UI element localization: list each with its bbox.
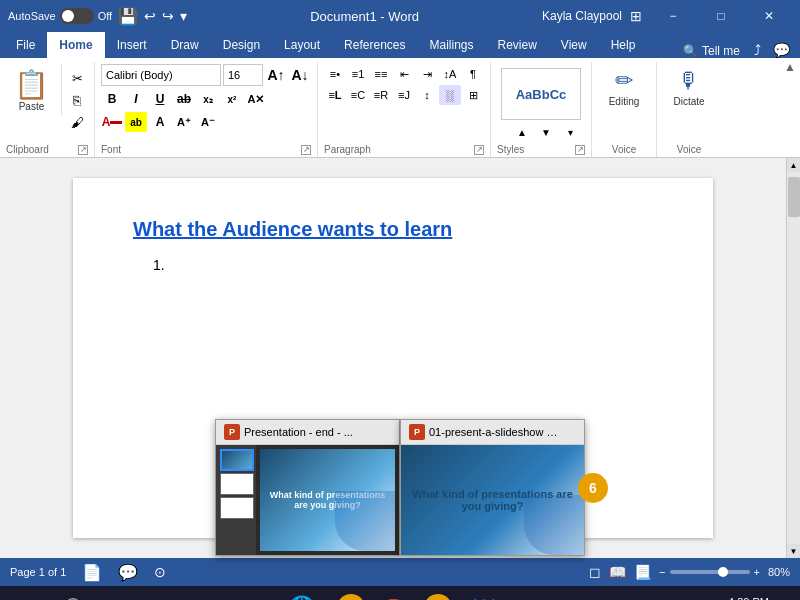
autosave-area[interactable]: AutoSave Off	[8, 8, 112, 24]
borders-button[interactable]: ⊞	[462, 85, 484, 105]
document-heading[interactable]: What the Audience wants to learn	[133, 218, 653, 241]
close-button[interactable]: ✕	[746, 0, 792, 32]
tab-review[interactable]: Review	[486, 32, 549, 58]
font-expand[interactable]: ↗	[301, 145, 311, 155]
layout-icon[interactable]: 📄	[82, 563, 102, 582]
custom-qs-icon[interactable]: ▾	[180, 8, 187, 24]
taskbar-powerpoint-button[interactable]: P	[377, 586, 412, 600]
zoom-out-button[interactable]: −	[659, 566, 665, 578]
clipboard-expand[interactable]: ↗	[78, 145, 88, 155]
tab-mailings[interactable]: Mailings	[417, 32, 485, 58]
thumbnail-ppt1[interactable]: P Presentation - end - ... What kind of …	[215, 419, 400, 556]
document-list[interactable]: 1.	[133, 257, 653, 273]
taskbar-badge-5[interactable]: 5	[327, 586, 375, 600]
paste-label: Paste	[19, 101, 45, 112]
thumbnail-ppt2[interactable]: P 01-present-a-slideshow - Po... What ki…	[400, 419, 585, 556]
align-center-button[interactable]: ≡C	[347, 85, 369, 105]
paragraph-expand[interactable]: ↗	[474, 145, 484, 155]
format-painter-button[interactable]: 🖌	[66, 112, 88, 132]
zoom-control[interactable]: − + 80%	[659, 566, 790, 578]
font-family-input[interactable]	[101, 64, 221, 86]
increase-indent-button[interactable]: ⇥	[416, 64, 438, 84]
styles-preview[interactable]: AaBbCc	[501, 68, 581, 120]
print-layout-icon[interactable]: 📃	[634, 564, 651, 580]
subscript-button[interactable]: x₂	[197, 89, 219, 109]
tab-view[interactable]: View	[549, 32, 599, 58]
clear-format-button[interactable]: A✕	[245, 89, 267, 109]
font-size-dn[interactable]: A⁻	[197, 112, 219, 132]
styles-scroll-up[interactable]: ▲	[511, 122, 533, 142]
styles-scroll-down[interactable]: ▼	[535, 122, 557, 142]
zoom-slider[interactable]	[670, 570, 750, 574]
tab-help[interactable]: Help	[599, 32, 648, 58]
minimize-button[interactable]: −	[650, 0, 696, 32]
font-size-input[interactable]	[223, 64, 263, 86]
bold-button[interactable]: B	[101, 89, 123, 109]
copy-button[interactable]: ⎘	[66, 90, 88, 110]
list-item-1[interactable]: 1.	[153, 257, 653, 273]
taskbar-word-button[interactable]: W	[464, 586, 505, 600]
font-color2-button[interactable]: A	[149, 112, 171, 132]
increase-font-button[interactable]: A↑	[265, 65, 287, 85]
multilevel-list-button[interactable]: ≡≡	[370, 64, 392, 84]
ribbon-collapse-button[interactable]: ▲	[784, 60, 796, 74]
tab-design[interactable]: Design	[211, 32, 272, 58]
tab-layout[interactable]: Layout	[272, 32, 332, 58]
tab-draw[interactable]: Draw	[159, 32, 211, 58]
tab-home[interactable]: Home	[47, 32, 104, 58]
search-taskbar-button[interactable]: 🔍	[56, 586, 96, 600]
align-left-button[interactable]: ≡L	[324, 85, 346, 105]
superscript-button[interactable]: x²	[221, 89, 243, 109]
zoom-in-button[interactable]: +	[754, 566, 760, 578]
share-icon[interactable]: ⤴	[748, 42, 767, 58]
tab-file[interactable]: File	[4, 32, 47, 58]
clock[interactable]: 4:30 PM 1/1/2021	[726, 596, 769, 600]
styles-expand[interactable]: ↗	[575, 145, 585, 155]
start-button[interactable]	[8, 586, 52, 600]
thumbnail-ppt1-title: Presentation - end - ...	[244, 426, 353, 438]
autosave-toggle[interactable]	[60, 8, 94, 24]
ppt1-slide-3[interactable]	[220, 497, 254, 519]
ppt1-slide-1[interactable]	[220, 449, 254, 471]
strikethrough-button[interactable]: ab	[173, 89, 195, 109]
bullets-button[interactable]: ≡•	[324, 64, 346, 84]
comments-status-icon[interactable]: 💬	[118, 563, 138, 582]
highlight-color-button[interactable]: ab	[125, 112, 147, 132]
sort-button[interactable]: ↕A	[439, 64, 461, 84]
shading-button[interactable]: ░	[439, 85, 461, 105]
dictate-button[interactable]: 🎙 Dictate	[663, 64, 715, 111]
redo-icon[interactable]: ↪	[162, 8, 174, 24]
decrease-font-button[interactable]: A↓	[289, 65, 311, 85]
comments-icon[interactable]: 💬	[767, 42, 796, 58]
read-mode-icon[interactable]: 📖	[609, 564, 626, 580]
focus-icon[interactable]: ◻	[589, 564, 601, 580]
decrease-indent-button[interactable]: ⇤	[393, 64, 415, 84]
justify-button[interactable]: ≡J	[393, 85, 415, 105]
maximize-button[interactable]: □	[698, 0, 744, 32]
save-icon[interactable]: 💾	[118, 7, 138, 26]
tell-me-label[interactable]: Tell me	[702, 44, 740, 58]
align-right-button[interactable]: ≡R	[370, 85, 392, 105]
italic-button[interactable]: I	[125, 89, 147, 109]
ribbon-display-icon[interactable]: ⊞	[630, 8, 642, 24]
ppt1-slide-2[interactable]	[220, 473, 254, 495]
undo-icon[interactable]: ↩	[144, 8, 156, 24]
paste-button[interactable]: 📋 Paste	[6, 64, 57, 116]
font-color-button[interactable]: A	[101, 112, 123, 132]
numbered-list-button[interactable]: ≡1	[347, 64, 369, 84]
scroll-up-button[interactable]: ▲	[787, 158, 801, 172]
show-marks-button[interactable]: ¶	[462, 64, 484, 84]
scroll-thumb[interactable]	[788, 177, 800, 217]
line-spacing-button[interactable]: ↕	[416, 85, 438, 105]
taskbar-edge-button[interactable]: 🌐	[278, 586, 325, 600]
cut-button[interactable]: ✂	[66, 68, 88, 88]
tab-references[interactable]: References	[332, 32, 417, 58]
styles-more[interactable]: ▾	[559, 122, 581, 142]
editing-button[interactable]: ✏ Editing	[598, 64, 650, 111]
tab-insert[interactable]: Insert	[105, 32, 159, 58]
task-view-button[interactable]: ⧉	[100, 586, 140, 600]
accessibility-icon[interactable]: ⊙	[154, 564, 166, 580]
font-size-up[interactable]: A⁺	[173, 112, 195, 132]
taskbar-badge-4[interactable]: 4	[414, 586, 462, 600]
underline-button[interactable]: U	[149, 89, 171, 109]
